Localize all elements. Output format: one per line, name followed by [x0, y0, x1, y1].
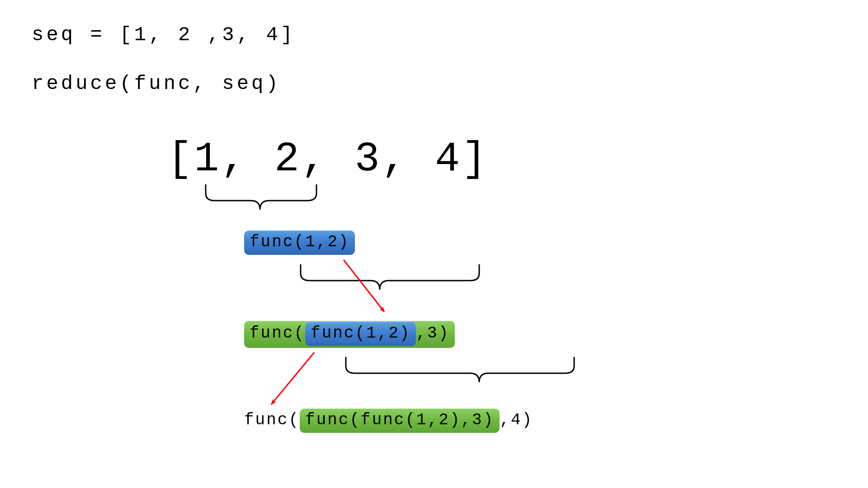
brace-1	[206, 184, 316, 210]
step3-suffix: ,4)	[500, 411, 533, 429]
code-line-reduce: reduce(func, seq)	[32, 72, 281, 95]
step3-prefix: func(	[244, 411, 300, 429]
brace-2	[301, 264, 479, 290]
step2-expression: func(func(1,2),3)	[244, 321, 455, 348]
step2-prefix: func(	[250, 324, 305, 343]
step2-pill-green: func(func(1,2),3)	[244, 321, 455, 348]
svg-line-1	[271, 352, 314, 404]
diagram-stage: seq = [1, 2 ,3, 4] reduce(func, seq) [1,…	[0, 0, 868, 488]
code-line-seq: seq = [1, 2 ,3, 4]	[32, 23, 295, 46]
step3-expression: func(func(func(1,2),3),4)	[244, 411, 533, 430]
arrow-1	[344, 260, 384, 312]
svg-line-0	[344, 260, 384, 312]
brace-3	[346, 357, 574, 382]
step1-pill-blue: func(1,2)	[244, 230, 355, 255]
step1-expression: func(1,2)	[244, 230, 355, 255]
sequence-display: [1, 2, 3, 4]	[167, 136, 489, 183]
step3-pill-green: func(func(1,2),3)	[300, 408, 500, 433]
arrow-2	[271, 352, 314, 404]
step2-pill-blue: func(1,2)	[305, 322, 416, 346]
step2-suffix: ,3)	[416, 324, 449, 343]
